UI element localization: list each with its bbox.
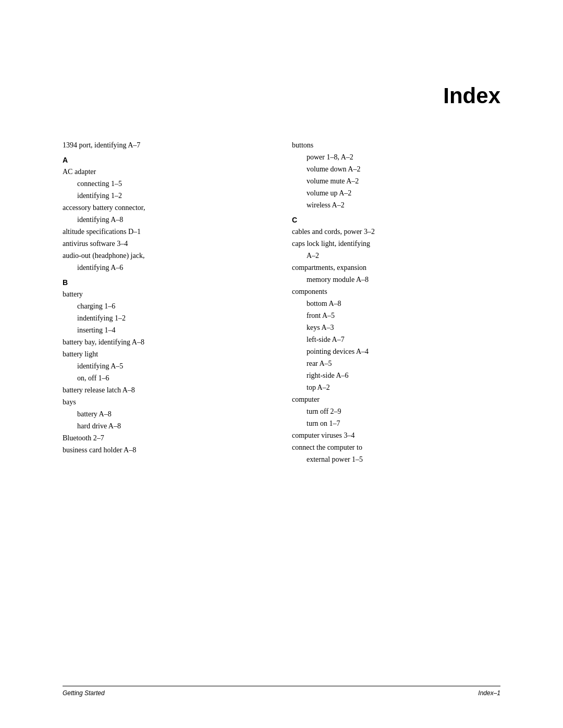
entry-components-bottom: bottom A–8 bbox=[292, 298, 500, 309]
entry-ac-adapter-connecting: connecting 1–5 bbox=[63, 178, 271, 189]
section-header-b: B bbox=[63, 278, 271, 287]
entry-ac-adapter-identifying: identifying 1–2 bbox=[63, 190, 271, 201]
entry-computer-turnoff: turn off 2–9 bbox=[292, 406, 500, 417]
entry-cables: cables and cords, power 3–2 bbox=[292, 226, 500, 237]
entry-buttons-volume-mute: volume mute A–2 bbox=[292, 176, 500, 187]
page: Index 1394 port, identifying A–7 A AC ad… bbox=[0, 0, 563, 728]
entry-components: components bbox=[292, 286, 500, 297]
entry-components-keys: keys A–3 bbox=[292, 322, 500, 333]
entry-audio-out-identifying: identifying A–6 bbox=[63, 262, 271, 273]
entry-computer: computer bbox=[292, 394, 500, 405]
entry-connect-computer: connect the computer to bbox=[292, 442, 500, 453]
entry-antivirus: antivirus software 3–4 bbox=[63, 238, 271, 249]
section-header-a: A bbox=[63, 156, 271, 164]
footer-right: Index–1 bbox=[478, 689, 500, 697]
entry-bays-battery: battery A–8 bbox=[63, 409, 271, 419]
entry-caps-lock-a2: A–2 bbox=[292, 250, 500, 261]
page-title: Index bbox=[63, 83, 500, 108]
entry-ac-adapter: AC adapter bbox=[63, 166, 271, 177]
entry-compartments: compartments, expansion bbox=[292, 262, 500, 273]
entry-business-card: business card holder A–8 bbox=[63, 445, 271, 455]
entry-buttons-wireless: wireless A–2 bbox=[292, 200, 500, 211]
page-title-area: Index bbox=[0, 0, 563, 129]
entry-connect-computer-external: external power 1–5 bbox=[292, 454, 500, 465]
entry-buttons-power: power 1–8, A–2 bbox=[292, 152, 500, 163]
section-header-c: C bbox=[292, 216, 500, 224]
entry-battery-light: battery light bbox=[63, 349, 271, 360]
entry-battery-bay: battery bay, identifying A–8 bbox=[63, 337, 271, 348]
entry-computer-turnon: turn on 1–7 bbox=[292, 418, 500, 429]
entry-buttons: buttons bbox=[292, 140, 500, 151]
entry-bays-harddrive: hard drive A–8 bbox=[63, 421, 271, 431]
entry-caps-lock: caps lock light, identifying bbox=[292, 238, 500, 249]
entry-buttons-volume-down: volume down A–2 bbox=[292, 164, 500, 175]
entry-altitude: altitude specifications D–1 bbox=[63, 226, 271, 237]
content-area: 1394 port, identifying A–7 A AC adapter … bbox=[0, 129, 563, 497]
footer-left: Getting Started bbox=[63, 689, 105, 697]
entry-buttons-volume-up: volume up A–2 bbox=[292, 188, 500, 199]
entry-components-top: top A–2 bbox=[292, 382, 500, 393]
entry-battery-light-identifying: identifying A–5 bbox=[63, 361, 271, 372]
entry-bluetooth: Bluetooth 2–7 bbox=[63, 433, 271, 443]
entry-1394: 1394 port, identifying A–7 bbox=[63, 140, 271, 151]
entry-compartments-memory: memory module A–8 bbox=[292, 274, 500, 285]
entry-accessory-battery: accessory battery connector, bbox=[63, 202, 271, 213]
entry-battery-light-onoff: on, off 1–6 bbox=[63, 373, 271, 384]
entry-bays: bays bbox=[63, 397, 271, 408]
entry-components-front: front A–5 bbox=[292, 310, 500, 321]
entry-components-rightside: right-side A–6 bbox=[292, 370, 500, 381]
entry-battery-inserting: inserting 1–4 bbox=[63, 325, 271, 336]
entry-battery: battery bbox=[63, 289, 271, 300]
entry-components-pointing: pointing devices A–4 bbox=[292, 346, 500, 357]
entry-audio-out: audio-out (headphone) jack, bbox=[63, 250, 271, 261]
entry-battery-charging: charging 1–6 bbox=[63, 301, 271, 312]
entry-accessory-battery-identifying: identifying A–8 bbox=[63, 214, 271, 225]
right-column: buttons power 1–8, A–2 volume down A–2 v… bbox=[292, 140, 500, 466]
left-column: 1394 port, identifying A–7 A AC adapter … bbox=[63, 140, 271, 466]
entry-battery-identifying: indentifying 1–2 bbox=[63, 313, 271, 324]
entry-components-leftside: left-side A–7 bbox=[292, 334, 500, 345]
footer: Getting Started Index–1 bbox=[63, 686, 500, 697]
entry-battery-release: battery release latch A–8 bbox=[63, 385, 271, 396]
entry-computer-viruses: computer viruses 3–4 bbox=[292, 430, 500, 441]
entry-components-rear: rear A–5 bbox=[292, 358, 500, 369]
